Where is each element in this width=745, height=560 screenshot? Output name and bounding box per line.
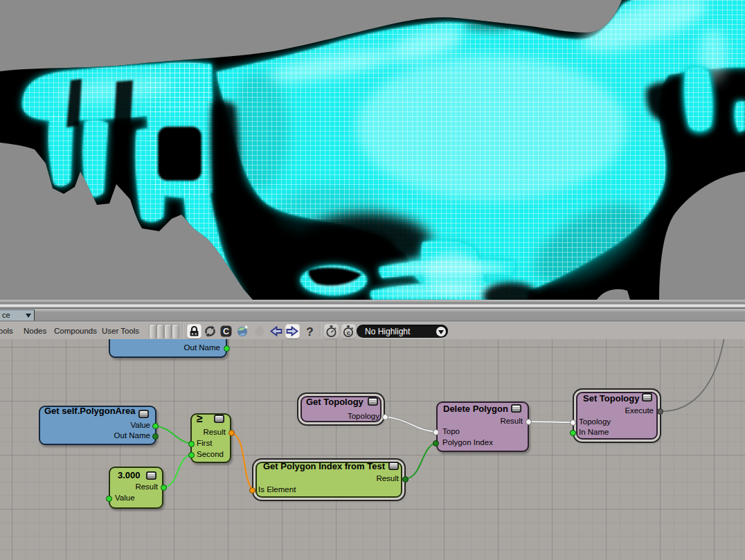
svg-text:C: C — [223, 327, 229, 336]
svg-text:?: ? — [306, 325, 313, 338]
svg-text:c: c — [347, 329, 350, 336]
